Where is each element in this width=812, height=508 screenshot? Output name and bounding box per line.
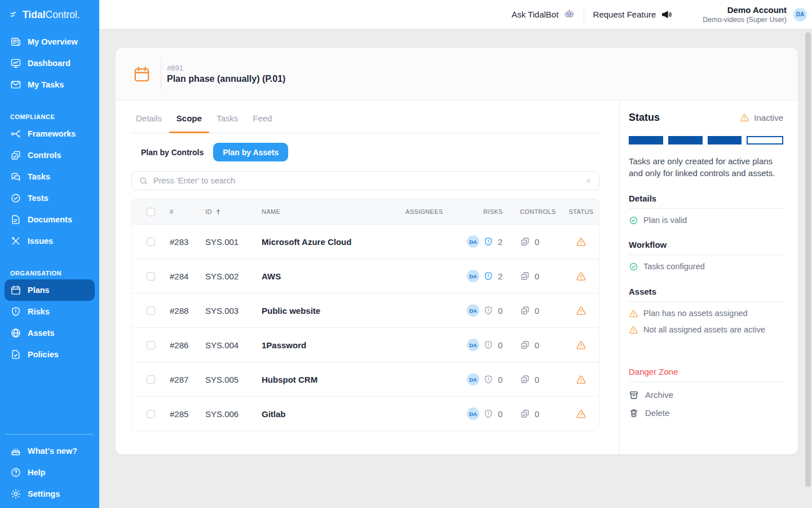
sidebar-item-label: Help (28, 468, 45, 477)
sidebar-primary-nav: My Overview Dashboard My Tasks (0, 31, 99, 95)
globe-icon (10, 327, 21, 339)
plan-header: #691 Plan phase (annually) (P.01) (116, 48, 798, 100)
sidebar-item-risks[interactable]: Risks (5, 301, 95, 322)
sidebar-item-assets[interactable]: Assets (5, 322, 95, 344)
tab-scope[interactable]: Scope (169, 113, 209, 133)
controls-clipboard-icon (520, 374, 530, 384)
column-header-risks: RISKS (482, 208, 517, 215)
document-icon (10, 214, 21, 225)
row-name: AWS (257, 271, 400, 281)
archive-button[interactable]: Archive (629, 390, 783, 400)
assignee-avatar: DA (467, 339, 479, 351)
row-num: #284 (165, 271, 201, 281)
status-item-assets-inactive: Not all assigned assets are active (629, 325, 783, 335)
table-row[interactable]: #285 SYS.006 Gitlab DA 0 0 (132, 396, 599, 431)
ask-tidalbot-button[interactable]: Ask TidalBot (511, 9, 574, 20)
section-workflow-title: Workflow (629, 240, 783, 255)
sidebar-item-tests[interactable]: Tests (5, 187, 95, 209)
inactive-warning-icon (740, 113, 749, 122)
sidebar-item-documents[interactable]: Documents (5, 209, 95, 230)
danger-zone-title: Danger Zone (629, 367, 783, 382)
clear-search-icon[interactable] (585, 177, 592, 185)
check-circle-icon (629, 262, 638, 271)
search-input[interactable] (153, 176, 580, 185)
row-name: Gitlab (257, 409, 400, 419)
status-badge: Inactive (740, 113, 783, 122)
sidebar: TidalControl. My Overview Dashboard My T… (0, 0, 99, 508)
page-scrollbar[interactable] (805, 32, 811, 487)
column-header-id[interactable]: ID (201, 208, 257, 216)
account-text: Demo Account Demo-videos (Super User) (703, 5, 787, 24)
select-all-checkbox[interactable] (147, 208, 155, 216)
table-row[interactable]: #283 SYS.001 Microsoft Azure Cloud DA 2 … (132, 224, 599, 259)
policy-check-icon (10, 349, 21, 360)
tools-icon (10, 235, 21, 247)
table-row[interactable]: #288 SYS.003 Public website DA 0 0 (132, 293, 599, 327)
controls-count: 0 (535, 271, 539, 281)
avatar[interactable]: DA (793, 8, 807, 21)
request-feature-button[interactable]: Request Feature (593, 9, 673, 20)
risk-shield-icon (483, 271, 493, 281)
sidebar-item-label: Documents (28, 215, 72, 224)
delete-button[interactable]: Delete (629, 408, 783, 418)
sidebar-item-frameworks[interactable]: Frameworks (5, 123, 95, 144)
row-checkbox[interactable] (147, 306, 155, 315)
sidebar-item-help[interactable]: Help (5, 462, 95, 483)
risks-count: 0 (498, 409, 502, 419)
account-menu[interactable]: Demo Account Demo-videos (Super User) DA (703, 5, 807, 24)
tab-feed[interactable]: Feed (245, 113, 279, 133)
search-bar (131, 171, 599, 190)
sidebar-section-organisation: ORGANISATION (10, 270, 99, 277)
sidebar-item-whats-new[interactable]: What's new? (5, 440, 95, 462)
progress-segment-filled (668, 136, 703, 144)
app-logo[interactable]: TidalControl. (0, 0, 99, 21)
row-num: #288 (165, 306, 201, 316)
row-num: #287 (165, 375, 201, 384)
plan-by-controls-button[interactable]: Plan by Controls (131, 143, 213, 161)
status-warning-icon (576, 374, 586, 385)
assets-table: # ID NAME ASSIGNEES RISKS CONTROLS STATU… (131, 199, 599, 431)
row-checkbox[interactable] (147, 341, 155, 349)
trash-icon (629, 408, 639, 418)
row-id: SYS.003 (201, 306, 257, 316)
sidebar-item-my-tasks[interactable]: My Tasks (5, 74, 95, 95)
controls-count: 0 (535, 340, 539, 350)
sidebar-item-tasks[interactable]: Tasks (5, 166, 95, 187)
sidebar-item-my-overview[interactable]: My Overview (5, 31, 95, 52)
sidebar-item-plans[interactable]: Plans (5, 279, 95, 301)
controls-clipboard-icon (520, 237, 530, 247)
plan-by-assets-button[interactable]: Plan by Assets (213, 143, 288, 161)
table-row[interactable]: #284 SYS.002 AWS DA 2 0 (132, 259, 599, 293)
row-checkbox[interactable] (147, 272, 155, 281)
check-circle-icon (629, 216, 638, 225)
sidebar-section-compliance: COMPLIANCE (10, 113, 99, 120)
app-logo-text: TidalControl. (23, 9, 80, 21)
row-id: SYS.001 (201, 237, 257, 247)
sidebar-footer: What's new? Help Settings (0, 434, 99, 508)
row-checkbox[interactable] (147, 410, 155, 418)
tab-details[interactable]: Details (131, 113, 169, 133)
sidebar-item-issues[interactable]: Issues (5, 230, 95, 252)
progress-segment-empty (747, 136, 783, 144)
sidebar-item-label: Controls (28, 151, 61, 160)
risk-shield-icon (483, 237, 493, 247)
assignee-avatar: DA (467, 304, 479, 317)
row-checkbox[interactable] (147, 375, 155, 384)
sidebar-item-label: Issues (28, 237, 53, 246)
sidebar-item-policies[interactable]: Policies (5, 344, 95, 365)
table-row[interactable]: #287 SYS.005 Hubspot CRM DA 0 0 (132, 362, 599, 396)
sidebar-item-settings[interactable]: Settings (5, 483, 95, 505)
chat-icon (10, 171, 21, 182)
sidebar-item-label: Settings (28, 489, 60, 498)
table-row[interactable]: #286 SYS.004 1Password DA 0 0 (132, 327, 599, 362)
sidebar-item-label: Tasks (28, 172, 50, 181)
row-checkbox[interactable] (147, 238, 155, 246)
section-assets-title: Assets (629, 287, 783, 302)
plan-tabs: Details Scope Tasks Feed (131, 113, 599, 133)
progress-segment-filled (629, 136, 663, 144)
sidebar-item-controls[interactable]: Controls (5, 144, 95, 166)
sidebar-item-dashboard[interactable]: Dashboard (5, 52, 95, 74)
calendar-icon (10, 284, 21, 296)
row-num: #286 (165, 340, 201, 350)
tab-tasks[interactable]: Tasks (209, 113, 245, 133)
